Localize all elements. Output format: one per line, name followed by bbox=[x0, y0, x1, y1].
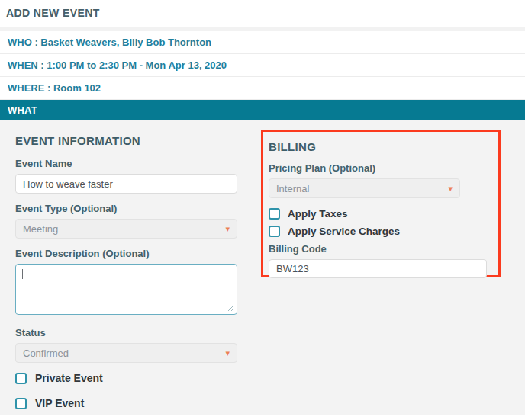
event-information-section: EVENT INFORMATION Event Name Event Type … bbox=[15, 134, 237, 420]
chevron-down-icon: ▾ bbox=[225, 349, 230, 357]
apply-taxes-checkbox[interactable] bbox=[269, 208, 280, 220]
apply-service-charges-label: Apply Service Charges bbox=[288, 226, 400, 237]
apply-service-charges-checkbox[interactable] bbox=[269, 226, 280, 237]
vip-event-checkbox[interactable] bbox=[15, 398, 27, 409]
event-type-label: Event Type (Optional) bbox=[15, 203, 237, 214]
what-panel: EVENT INFORMATION Event Name Event Type … bbox=[0, 120, 525, 415]
accordion-item-who[interactable]: WHO : Basket Weavers, Billy Bob Thornton bbox=[0, 31, 525, 54]
accordion-item-what-label: WHAT bbox=[8, 104, 37, 116]
status-select[interactable]: Confirmed ▾ bbox=[15, 343, 237, 363]
billing-highlight-box: BILLING Pricing Plan (Optional) Internal… bbox=[261, 130, 501, 277]
event-name-input[interactable] bbox=[15, 174, 237, 194]
accordion-item-when[interactable]: WHEN : 1:00 PM to 2:30 PM - Mon Apr 13, … bbox=[0, 54, 525, 77]
event-description-label: Event Description (Optional) bbox=[15, 248, 237, 259]
vip-event-label: VIP Event bbox=[35, 397, 84, 409]
event-description-wrap bbox=[15, 264, 237, 315]
chevron-down-icon: ▾ bbox=[225, 225, 230, 233]
accordion-item-what[interactable]: WHAT bbox=[0, 100, 525, 120]
pricing-plan-select[interactable]: Internal ▾ bbox=[269, 178, 460, 198]
page-title: ADD NEW EVENT bbox=[0, 0, 525, 27]
accordion: WHO : Basket Weavers, Billy Bob Thornton… bbox=[0, 27, 525, 120]
private-event-row[interactable]: Private Event bbox=[15, 372, 237, 384]
status-select-value: Confirmed bbox=[23, 348, 69, 359]
vip-event-row[interactable]: VIP Event bbox=[15, 397, 237, 409]
text-cursor bbox=[22, 269, 23, 279]
event-type-select-value: Meeting bbox=[23, 223, 58, 235]
accordion-item-who-label: WHO : Basket Weavers, Billy Bob Thornton bbox=[8, 37, 211, 48]
add-new-event-page: ADD NEW EVENT WHO : Basket Weavers, Bill… bbox=[0, 0, 525, 415]
private-event-label: Private Event bbox=[35, 372, 103, 384]
billing-code-input[interactable] bbox=[269, 259, 487, 278]
accordion-item-when-label: WHEN : 1:00 PM to 2:30 PM - Mon Apr 13, … bbox=[8, 59, 227, 71]
apply-taxes-row[interactable]: Apply Taxes bbox=[269, 208, 491, 220]
pricing-plan-select-value: Internal bbox=[276, 183, 309, 194]
billing-code-label: Billing Code bbox=[269, 243, 491, 255]
apply-service-charges-row[interactable]: Apply Service Charges bbox=[269, 226, 491, 237]
status-label: Status bbox=[15, 327, 237, 338]
event-description-textarea[interactable] bbox=[15, 264, 237, 315]
event-name-label: Event Name bbox=[15, 158, 237, 169]
chevron-down-icon: ▾ bbox=[448, 184, 453, 193]
apply-taxes-label: Apply Taxes bbox=[288, 208, 348, 220]
accordion-item-where-label: WHERE : Room 102 bbox=[8, 82, 101, 94]
event-type-select[interactable]: Meeting ▾ bbox=[15, 219, 237, 239]
pricing-plan-label: Pricing Plan (Optional) bbox=[269, 162, 491, 174]
accordion-item-where[interactable]: WHERE : Room 102 bbox=[0, 77, 525, 100]
event-information-heading: EVENT INFORMATION bbox=[15, 134, 237, 147]
private-event-checkbox[interactable] bbox=[15, 373, 27, 384]
billing-heading: BILLING bbox=[269, 140, 491, 153]
